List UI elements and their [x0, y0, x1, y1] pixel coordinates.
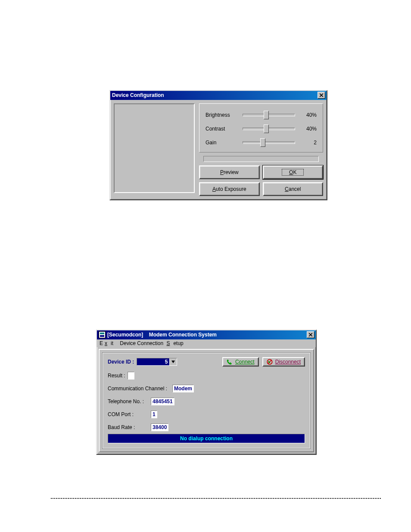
contrast-slider-thumb[interactable]: [264, 124, 269, 133]
auto-exposure-button[interactable]: Auto Exposure: [199, 182, 260, 196]
close-icon: [309, 333, 312, 336]
comm-channel-row: Communication Channel : Modem: [108, 385, 305, 392]
preview-button[interactable]: Preview: [199, 165, 260, 179]
titlebar[interactable]: Device Configuration: [110, 91, 327, 100]
com-port-label: COM Port :: [108, 411, 151, 417]
status-bar: No dialup connection: [108, 434, 305, 443]
contrast-value: 40%: [300, 126, 317, 132]
page-divider: [51, 498, 381, 499]
contrast-slider[interactable]: [243, 128, 295, 130]
close-button[interactable]: [307, 331, 314, 338]
cancel-button[interactable]: Cancel: [263, 182, 324, 196]
gain-slider-thumb[interactable]: [260, 138, 265, 147]
device-id-label: Device ID :: [108, 359, 134, 365]
gain-label: Gain: [206, 140, 243, 146]
telephone-label: Telephone No. :: [108, 398, 151, 404]
combobox-dropdown-button[interactable]: [169, 358, 177, 365]
result-row: Result :: [108, 372, 305, 380]
connect-button-label: Connect: [235, 359, 255, 365]
gain-slider[interactable]: [243, 141, 295, 144]
connect-button[interactable]: Connect: [222, 357, 259, 367]
baud-rate-row: Baud Rate : 38400: [108, 423, 305, 431]
preview-area: [114, 103, 195, 193]
brightness-value: 40%: [300, 112, 317, 118]
phone-disconnect-icon: [267, 359, 273, 365]
menu-device-connection-setup[interactable]: Device Connection Setup: [118, 339, 187, 347]
baud-rate-label: Baud Rate :: [108, 424, 151, 430]
brightness-label: Brightness: [206, 112, 243, 118]
window-title: Device Configuration: [112, 92, 318, 98]
close-icon: [320, 93, 323, 97]
contrast-label: Contrast: [206, 126, 243, 132]
phone-connect-icon: [227, 359, 233, 365]
device-id-value: 5: [137, 358, 169, 365]
status-text: No dialup connection: [180, 436, 233, 442]
brightness-row: Brightness 40%: [206, 108, 317, 122]
result-value: [128, 372, 134, 380]
modem-connection-dialog: [Secumodcon] Modem Connection System Exi…: [96, 330, 317, 455]
disconnect-button-label: Disconnect: [275, 359, 301, 365]
result-label: Result :: [108, 373, 128, 379]
titlebar[interactable]: [Secumodcon] Modem Connection System: [97, 330, 316, 339]
brightness-slider-thumb[interactable]: [264, 111, 269, 119]
com-port-row: COM Port : 1: [108, 411, 305, 418]
ok-button[interactable]: OK: [263, 165, 324, 179]
cancel-button-label: Cancel: [285, 186, 301, 192]
chevron-down-icon: [171, 361, 175, 363]
ok-button-label: OK: [282, 169, 304, 176]
preview-button-label: Preview: [220, 169, 239, 175]
com-port-value: 1: [151, 411, 157, 418]
comm-channel-label: Communication Channel :: [108, 386, 172, 392]
telephone-value: 4845451: [151, 398, 174, 405]
device-configuration-dialog: Device Configuration Brightness 40% Cont…: [109, 90, 327, 200]
gain-value: 2: [300, 140, 317, 146]
window-title: [Secumodcon] Modem Connection System: [107, 332, 307, 338]
brightness-slider[interactable]: [243, 114, 295, 116]
device-id-row: Device ID : 5 Connect: [108, 357, 305, 367]
progress-bar: [203, 156, 319, 162]
device-id-combobox[interactable]: 5: [137, 358, 177, 366]
close-button[interactable]: [318, 92, 325, 99]
app-icon: [99, 331, 106, 338]
menubar: Exit Device Connection Setup: [97, 339, 316, 347]
baud-rate-value: 38400: [151, 423, 168, 431]
disconnect-button[interactable]: Disconnect: [262, 357, 305, 367]
comm-channel-value: Modem: [172, 385, 194, 392]
contrast-row: Contrast 40%: [206, 122, 317, 136]
telephone-row: Telephone No. : 4845451: [108, 398, 305, 405]
menu-exit[interactable]: Exit: [98, 339, 117, 347]
auto-exposure-button-label: Auto Exposure: [212, 186, 246, 192]
gain-row: Gain 2: [206, 136, 317, 149]
sliders-group: Brightness 40% Contrast 40% Gain: [199, 103, 323, 152]
